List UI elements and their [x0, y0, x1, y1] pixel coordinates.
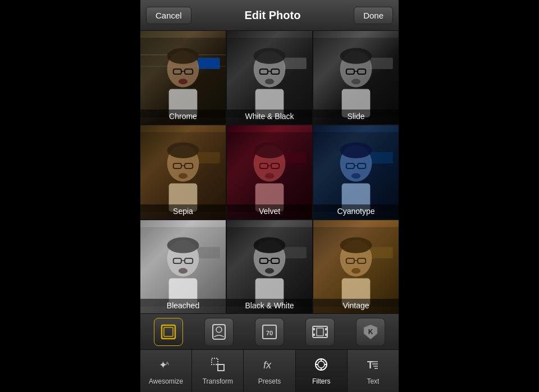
- svg-point-105: [318, 361, 325, 368]
- svg-rect-40: [284, 152, 307, 163]
- presets-icon: fx: [262, 357, 277, 375]
- filter-cyanotype-label: Cyanotype: [313, 204, 399, 219]
- filter-velvet-label: Velvet: [227, 204, 312, 219]
- svg-point-33: [167, 143, 199, 158]
- svg-point-56: [351, 174, 360, 179]
- text-label: Text: [367, 377, 379, 385]
- svg-point-29: [351, 79, 360, 84]
- text-icon: T: [366, 357, 380, 375]
- svg-point-83: [351, 268, 360, 274]
- svg-rect-76: [370, 247, 393, 258]
- svg-rect-58: [197, 247, 220, 258]
- filters-label: Filters: [312, 377, 331, 385]
- header: Cancel Edit Photo Done: [140, 0, 399, 31]
- filter-sepia-label: Sepia: [140, 204, 226, 219]
- filter-slide[interactable]: Slide: [313, 31, 399, 124]
- svg-point-47: [265, 174, 274, 179]
- filter-bw[interactable]: Black & White: [227, 220, 312, 313]
- filter-slide-label: Slide: [313, 110, 399, 124]
- svg-rect-13: [284, 58, 307, 69]
- svg-text:fx: fx: [263, 359, 272, 371]
- filter-velvet[interactable]: Velvet: [227, 125, 312, 218]
- svg-rect-49: [370, 152, 393, 163]
- svg-rect-95: [317, 328, 323, 336]
- svg-rect-31: [197, 152, 220, 163]
- svg-point-38: [179, 174, 188, 179]
- nav-text[interactable]: T Text: [348, 350, 399, 392]
- svg-rect-67: [284, 247, 307, 258]
- svg-text:A: A: [166, 361, 169, 366]
- transform-icon: [211, 357, 225, 375]
- svg-point-15: [254, 48, 286, 63]
- filter-bw-label: Black & White: [227, 299, 312, 313]
- svg-point-74: [265, 268, 274, 274]
- presets-label: Presets: [258, 377, 281, 385]
- svg-rect-94: [325, 334, 327, 336]
- svg-point-24: [340, 48, 372, 63]
- svg-point-78: [340, 237, 372, 253]
- svg-point-20: [265, 79, 274, 84]
- bottom-nav: ✦ A Awesomize Transform fx: [140, 350, 399, 392]
- cancel-button[interactable]: Cancel: [146, 7, 191, 24]
- filter-wb[interactable]: White & Black: [227, 31, 312, 124]
- page-title: Edit Photo: [244, 9, 300, 22]
- svg-rect-100: [218, 364, 224, 371]
- k-shield-tool-button[interactable]: K: [356, 318, 385, 346]
- filmstrip-tool-button[interactable]: [305, 318, 335, 346]
- filter-vintage[interactable]: Vintage: [313, 220, 399, 313]
- awesomize-label: Awesomize: [149, 377, 183, 385]
- nav-transform[interactable]: Transform: [192, 350, 244, 392]
- svg-text:70: 70: [266, 330, 273, 336]
- nav-presets[interactable]: fx Presets: [244, 350, 295, 392]
- awesomize-icon: ✦ A: [159, 357, 173, 375]
- filter-chrome[interactable]: Chrome: [140, 31, 226, 124]
- nav-filters[interactable]: Filters: [296, 350, 348, 392]
- filter-sepia[interactable]: Sepia: [140, 125, 226, 218]
- nav-awesomize[interactable]: ✦ A Awesomize: [140, 350, 192, 392]
- svg-rect-93: [325, 328, 327, 330]
- svg-text:K: K: [368, 328, 373, 336]
- svg-point-51: [340, 143, 372, 158]
- filter-bleached[interactable]: Bleached: [140, 220, 226, 313]
- filter-vintage-label: Vintage: [313, 299, 399, 313]
- svg-point-65: [179, 268, 188, 274]
- svg-point-69: [254, 237, 286, 253]
- app-container: Cancel Edit Photo Done: [140, 0, 399, 392]
- filter-bleached-label: Bleached: [140, 299, 226, 313]
- svg-rect-99: [212, 358, 218, 364]
- frame-tool-button[interactable]: [154, 318, 183, 346]
- svg-point-6: [167, 48, 199, 63]
- svg-point-11: [179, 79, 188, 84]
- svg-rect-85: [164, 327, 173, 336]
- portrait-tool-button[interactable]: [204, 318, 234, 346]
- svg-rect-22: [370, 58, 393, 69]
- filter-cyanotype[interactable]: Cyanotype: [313, 125, 399, 218]
- transform-label: Transform: [203, 377, 233, 385]
- tools-row: 70 K: [140, 313, 399, 350]
- svg-point-60: [167, 237, 199, 253]
- preset70-tool-button[interactable]: 70: [255, 318, 284, 346]
- svg-rect-92: [313, 334, 315, 336]
- svg-text:T: T: [367, 359, 373, 371]
- filter-grid: Chrome White & Black: [140, 31, 399, 313]
- filter-chrome-label: Chrome: [140, 110, 226, 124]
- filter-wb-label: White & Black: [227, 110, 312, 124]
- svg-rect-91: [313, 328, 315, 330]
- svg-point-87: [216, 327, 222, 332]
- svg-rect-4: [198, 59, 218, 68]
- svg-point-42: [254, 143, 286, 158]
- filters-icon: [314, 357, 328, 375]
- done-button[interactable]: Done: [354, 7, 393, 24]
